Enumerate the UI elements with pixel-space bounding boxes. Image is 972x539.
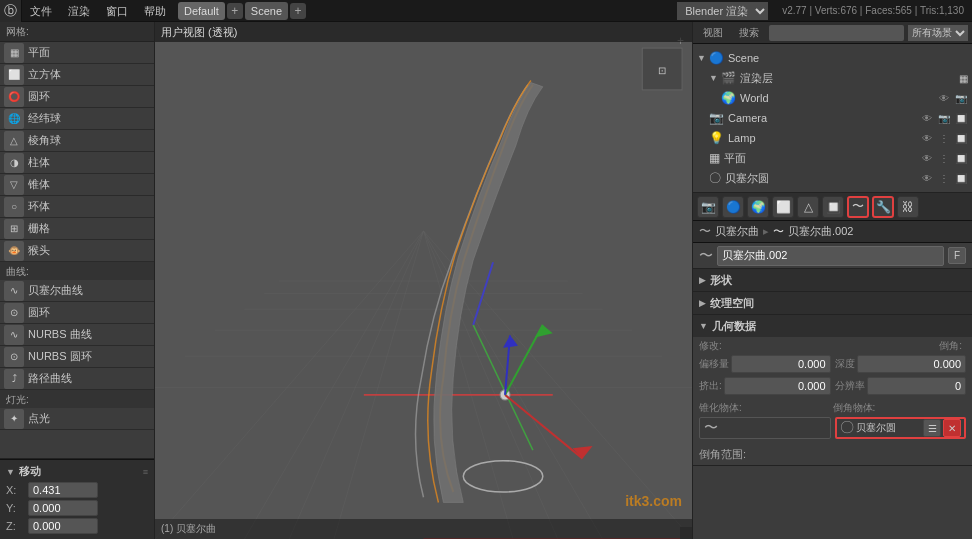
bevel-obj-field[interactable]: 〇 贝塞尔圆 ☰ ✕ (835, 417, 967, 439)
tool-label-cube: 立方体 (28, 67, 61, 82)
scene-select[interactable]: 所有场景 (908, 25, 968, 41)
tool-item-cylinder[interactable]: ◑ 柱体 (0, 152, 154, 174)
prop-modifier-icon-btn[interactable]: 🔧 (872, 196, 894, 218)
tool-label-sphere: 环体 (28, 199, 50, 214)
rp-tab-view[interactable]: 视图 (697, 26, 729, 40)
scene-icon: 🔵 (709, 51, 724, 65)
resolution-value[interactable]: 0 (867, 377, 967, 395)
right-panel: 视图 搜索 所有场景 ▼ 🔵 Scene ▼ 🎬 渲染层 ▦ 🌍 World (692, 22, 972, 539)
lamp-visibility: 👁 ⋮ 🔲 (920, 133, 968, 144)
bc-path2: 〜 (773, 224, 784, 239)
menu-help[interactable]: 帮助 (136, 0, 174, 22)
z-row: Z: 0.000 (6, 517, 148, 535)
world-cam-icon[interactable]: 📷 (954, 93, 968, 104)
tool-item-uvsphere[interactable]: 🌐 经纬球 (0, 108, 154, 130)
tool-item-monkey[interactable]: 🐵 猴头 (0, 240, 154, 262)
bezier-circle-item[interactable]: 〇 贝塞尔圆 👁 ⋮ 🔲 (693, 168, 972, 188)
shape-title: 形状 (710, 273, 732, 288)
prop-constraints-icon-btn[interactable]: ⛓ (897, 196, 919, 218)
tool-item-cube[interactable]: ⬜ 立方体 (0, 64, 154, 86)
geometry-section: ▼ 几何数据 修改: 倒角: 偏移量 0.000 深度 0.000 (693, 315, 972, 466)
icosphere-icon: △ (4, 131, 24, 151)
uvsphere-icon: 🌐 (4, 109, 24, 129)
camera-render-icon[interactable]: 🔲 (954, 113, 968, 124)
prop-world-icon-btn[interactable]: 🌍 (747, 196, 769, 218)
render-engine-select[interactable]: Blender 渲染 (677, 2, 768, 20)
z-value[interactable]: 0.000 (28, 518, 98, 534)
scene-root-item[interactable]: ▼ 🔵 Scene (693, 48, 972, 68)
world-icon: 🌍 (721, 91, 736, 105)
tool-item-torus[interactable]: ⭕ 圆环 (0, 86, 154, 108)
tool-item-nurbs[interactable]: ∿ NURBS 曲线 (0, 324, 154, 346)
object-name-input[interactable] (717, 246, 944, 266)
texture-space-section-header[interactable]: ▶ 纹理空间 (693, 292, 972, 314)
plane-render-icon[interactable]: 🔲 (954, 153, 968, 164)
add-screen-tab-button2[interactable]: + (290, 3, 306, 19)
prop-curve-icon-btn[interactable]: 〜 (847, 196, 869, 218)
prop-render-icon-btn[interactable]: 📷 (697, 196, 719, 218)
move-panel-extra: ≡ (143, 467, 148, 477)
svg-rect-0 (155, 22, 692, 539)
lamp-eye-icon[interactable]: 👁 (920, 133, 934, 144)
camera-label: Camera (728, 112, 767, 124)
prop-mesh-icon-btn[interactable]: △ (797, 196, 819, 218)
shape-section-header[interactable]: ▶ 形状 (693, 269, 972, 291)
menu-render[interactable]: 渲染 (60, 0, 98, 22)
plane-eye-icon[interactable]: 👁 (920, 153, 934, 164)
viewport-resize-corner[interactable] (680, 527, 692, 539)
tool-item-plane[interactable]: ▦ 平面 (0, 42, 154, 64)
tab-default[interactable]: Default (178, 2, 225, 20)
extrude-value[interactable]: 0.000 (724, 377, 831, 395)
tool-item-circle[interactable]: ⊙ 圆环 (0, 302, 154, 324)
menu-file[interactable]: 文件 (22, 0, 60, 22)
camera-item[interactable]: 📷 Camera 👁 📷 🔲 (693, 108, 972, 128)
offset-value[interactable]: 0.000 (731, 355, 831, 373)
shape-triangle-icon: ▶ (699, 275, 706, 285)
geometry-section-header[interactable]: ▼ 几何数据 (693, 315, 972, 337)
tool-item-grid[interactable]: ⊞ 栅格 (0, 218, 154, 240)
menu-window[interactable]: 窗口 (98, 0, 136, 22)
tool-item-cone[interactable]: ▽ 锥体 (0, 174, 154, 196)
texture-space-section: ▶ 纹理空间 (693, 292, 972, 315)
prop-object-icon-btn[interactable]: ⬜ (772, 196, 794, 218)
render-layers-item[interactable]: ▼ 🎬 渲染层 ▦ (693, 68, 972, 88)
bezier-icon: ∿ (4, 281, 24, 301)
camera-eye-icon[interactable]: 👁 (920, 113, 934, 124)
tab-scene[interactable]: Scene (245, 2, 288, 20)
bezier-eye-icon[interactable]: 👁 (920, 173, 934, 184)
lamp-item[interactable]: 💡 Lamp 👁 ⋮ 🔲 (693, 128, 972, 148)
scene-search-input[interactable] (769, 25, 904, 41)
x-value[interactable]: 0.431 (28, 482, 98, 498)
prop-material-icon-btn[interactable]: 🔲 (822, 196, 844, 218)
bezier-render-icon[interactable]: 🔲 (954, 173, 968, 184)
tool-item-point[interactable]: ✦ 点光 (0, 408, 154, 430)
y-value[interactable]: 0.000 (28, 500, 98, 516)
grid-icon: ⊞ (4, 219, 24, 239)
point-light-icon: ✦ (4, 409, 24, 429)
viewport-header: 用户视图 (透视) (155, 22, 692, 42)
prop-scene-icon-btn[interactable]: 🔵 (722, 196, 744, 218)
tool-item-sphere[interactable]: ○ 环体 (0, 196, 154, 218)
add-screen-tab-button[interactable]: + (227, 3, 243, 19)
geometry-title: 几何数据 (712, 319, 756, 334)
tool-item-bezier[interactable]: ∿ 贝塞尔曲线 (0, 280, 154, 302)
tool-label-path: 路径曲线 (28, 371, 72, 386)
taper-obj-field[interactable]: 〜 (699, 417, 831, 439)
viewport[interactable]: 用户视图 (透视) (155, 22, 692, 539)
bevel-obj-remove-btn[interactable]: ✕ (943, 419, 961, 437)
fake-user-button[interactable]: F (948, 247, 966, 264)
tool-item-nurbs-circle[interactable]: ⊙ NURBS 圆环 (0, 346, 154, 368)
tool-item-path[interactable]: ⤴ 路径曲线 (0, 368, 154, 390)
lamp-render-icon[interactable]: 🔲 (954, 133, 968, 144)
plane-dots-icon: ⋮ (937, 153, 951, 164)
plane-item[interactable]: ▦ 平面 👁 ⋮ 🔲 (693, 148, 972, 168)
depth-value[interactable]: 0.000 (857, 355, 967, 373)
world-eye-icon[interactable]: 👁 (937, 93, 951, 104)
world-item[interactable]: 🌍 World 👁 📷 (693, 88, 972, 108)
camera-cam-icon[interactable]: 📷 (937, 113, 951, 124)
blender-logo-icon[interactable]: ⓑ (0, 0, 22, 22)
depth-label: 深度 (835, 357, 855, 371)
tool-item-icosphere[interactable]: △ 棱角球 (0, 130, 154, 152)
tool-label-plane: 平面 (28, 45, 50, 60)
bevel-obj-select-btn[interactable]: ☰ (923, 419, 941, 437)
